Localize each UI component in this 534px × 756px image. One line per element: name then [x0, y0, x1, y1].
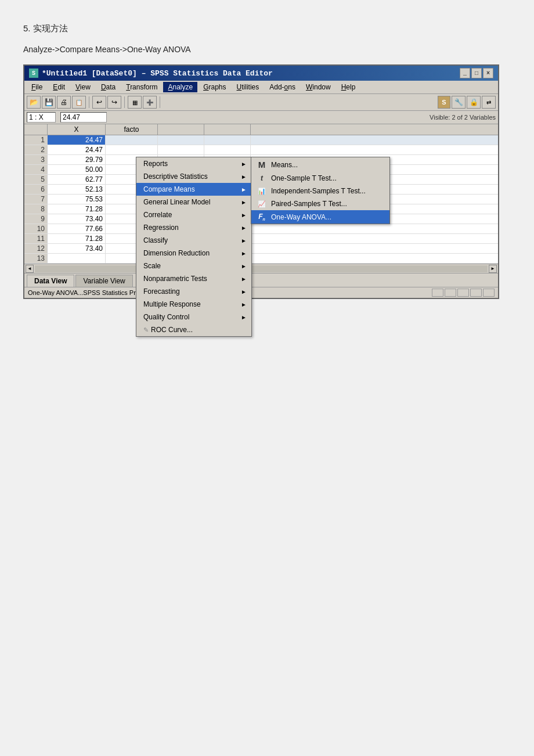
tools-btn-1[interactable]: 🔧	[452, 96, 466, 109]
formula-bar: 1 : X 24.47 Visible: 2 of 2 Variables	[24, 111, 498, 124]
menu-roc-curve[interactable]: ✎ ROC Curve...	[136, 323, 251, 336]
h-scrollbar[interactable]: ◄ ►	[24, 264, 498, 273]
tools-btn-2[interactable]: 🔒	[467, 96, 481, 109]
status-cell-1	[432, 289, 443, 297]
cell-3-x[interactable]: 29.79	[48, 155, 106, 164]
menu-regression[interactable]: Regression ►	[136, 221, 251, 234]
row-num-7: 7	[24, 195, 48, 204]
menu-file[interactable]: File	[27, 82, 47, 92]
quality-ctrl-arrow: ►	[241, 314, 247, 321]
submenu-paired-t[interactable]: 📈 Paired-Samples T Test...	[251, 197, 389, 210]
status-cell-4	[470, 289, 482, 297]
cell-2-extra2[interactable]	[204, 145, 251, 154]
menu-graphs[interactable]: Graphs	[199, 82, 230, 92]
col-header-extra2	[204, 124, 251, 135]
row-num-10: 10	[24, 224, 48, 233]
scrollbar-track[interactable]	[35, 265, 488, 272]
page-instruction: Analyze->Compare Means->One-Way ANOVA	[23, 45, 511, 54]
submenu-independent-t[interactable]: 📊 Independent-Samples T Test...	[251, 185, 389, 197]
print-button[interactable]: 🖨	[57, 96, 71, 109]
cell-7-x[interactable]: 75.53	[48, 195, 106, 204]
row-num-2: 2	[24, 145, 48, 154]
menu-utilities[interactable]: Utilities	[232, 82, 264, 92]
tab-bar: Data View Variable View	[24, 273, 498, 287]
tab-variable-view[interactable]: Variable View	[75, 275, 132, 287]
menu-addons[interactable]: Add-ons	[265, 82, 300, 92]
cell-4-x[interactable]: 50.00	[48, 165, 106, 174]
menu-window[interactable]: Window	[301, 82, 335, 92]
reports-arrow: ►	[241, 161, 247, 167]
cell-8-x[interactable]: 71.28	[48, 204, 106, 214]
menu-reports[interactable]: Reports ►	[136, 157, 251, 170]
menu-dimension-reduction[interactable]: Dimension Reduction ►	[136, 247, 251, 260]
maximize-button[interactable]: □	[471, 68, 482, 78]
menu-help[interactable]: Help	[337, 82, 360, 92]
grid-button[interactable]: ▦	[128, 96, 142, 109]
menu-quality-control[interactable]: Quality Control ►	[136, 311, 251, 323]
scroll-right-button[interactable]: ►	[489, 265, 497, 273]
status-cells	[432, 289, 495, 297]
col-header-x: X	[48, 124, 106, 135]
submenu-one-way-anova[interactable]: Fn One-Way ANOVA...	[251, 210, 389, 224]
menu-compare-means[interactable]: Compare Means ►	[136, 183, 251, 196]
menu-nonparametric[interactable]: Nonparametric Tests ►	[136, 272, 251, 285]
submenu-means[interactable]: M Means...	[251, 157, 389, 172]
scroll-left-button[interactable]: ◄	[26, 265, 34, 273]
mult-resp-arrow: ►	[241, 301, 247, 308]
content-wrapper: X facto 1 24.47 2 24.47	[24, 124, 498, 273]
cell-1-x[interactable]: 24.47	[48, 135, 106, 145]
cell-5-x[interactable]: 62.77	[48, 175, 106, 184]
cell-2-extra1[interactable]	[158, 145, 204, 154]
cell-2-factor[interactable]	[106, 145, 158, 154]
menu-data[interactable]: Data	[96, 82, 120, 92]
status-cell-3	[457, 289, 469, 297]
menu-multiple-response[interactable]: Multiple Response ►	[136, 298, 251, 311]
menu-classify[interactable]: Classify ►	[136, 234, 251, 247]
page-section-title: 5. 实现方法	[23, 23, 511, 34]
row-num-8: 8	[24, 204, 48, 214]
scale-arrow: ►	[241, 263, 247, 269]
minimize-button[interactable]: _	[460, 68, 470, 78]
col-header-extra1	[158, 124, 204, 135]
menu-transform[interactable]: Transform	[121, 82, 162, 92]
cell-1-extra1[interactable]	[158, 135, 204, 145]
nonparam-arrow: ►	[241, 276, 247, 282]
paired-t-icon: 📈	[256, 200, 268, 208]
close-button[interactable]: ×	[483, 68, 493, 78]
cell-10-x[interactable]: 77.66	[48, 224, 106, 233]
data-editor-button[interactable]: 📋	[72, 96, 86, 109]
window-title: *Untitled1 [DataSet0] – SPSS Statistics …	[42, 69, 273, 78]
open-button[interactable]: 📂	[27, 96, 41, 109]
save-button[interactable]: 💾	[42, 96, 56, 109]
cell-9-x[interactable]: 73.40	[48, 214, 106, 224]
spss-icon-btn[interactable]: S	[438, 96, 450, 109]
title-bar-left: S *Untitled1 [DataSet0] – SPSS Statistic…	[29, 69, 273, 78]
cell-13-x[interactable]	[48, 254, 106, 263]
submenu-one-sample-t[interactable]: t One-Sample T Test...	[251, 172, 389, 185]
table-row: 12 73.40 4	[24, 244, 498, 254]
cell-11-x[interactable]: 71.28	[48, 234, 106, 243]
redo-button[interactable]: ↪	[107, 96, 121, 109]
switch-btn[interactable]: ⇄	[482, 96, 496, 109]
menu-analyze[interactable]: Analyze	[163, 82, 197, 92]
spss-window: S *Untitled1 [DataSet0] – SPSS Statistic…	[23, 64, 499, 299]
menu-correlate[interactable]: Correlate ►	[136, 208, 251, 221]
regression-arrow: ►	[241, 225, 247, 231]
title-bar-controls: _ □ ×	[460, 68, 493, 78]
menu-general-linear-model[interactable]: General Linear Model ►	[136, 196, 251, 208]
cell-1-extra2[interactable]	[204, 135, 251, 145]
insert-button[interactable]: ➕	[143, 96, 157, 109]
analyze-dropdown: Reports ► Descriptive Statistics ► Compa…	[136, 157, 252, 337]
menu-forecasting[interactable]: Forecasting ►	[136, 285, 251, 298]
menu-edit[interactable]: Edit	[48, 82, 70, 92]
cell-6-x[interactable]: 52.13	[48, 185, 106, 194]
cell-12-x[interactable]: 73.40	[48, 244, 106, 253]
menu-scale[interactable]: Scale ►	[136, 260, 251, 272]
cell-2-x[interactable]: 24.47	[48, 145, 106, 154]
tab-data-view[interactable]: Data View	[27, 275, 74, 287]
cell-1-factor[interactable]	[106, 135, 158, 145]
menu-descriptive-statistics[interactable]: Descriptive Statistics ►	[136, 170, 251, 183]
menu-view[interactable]: View	[71, 82, 95, 92]
undo-button[interactable]: ↩	[92, 96, 106, 109]
forecasting-arrow: ►	[241, 289, 247, 295]
